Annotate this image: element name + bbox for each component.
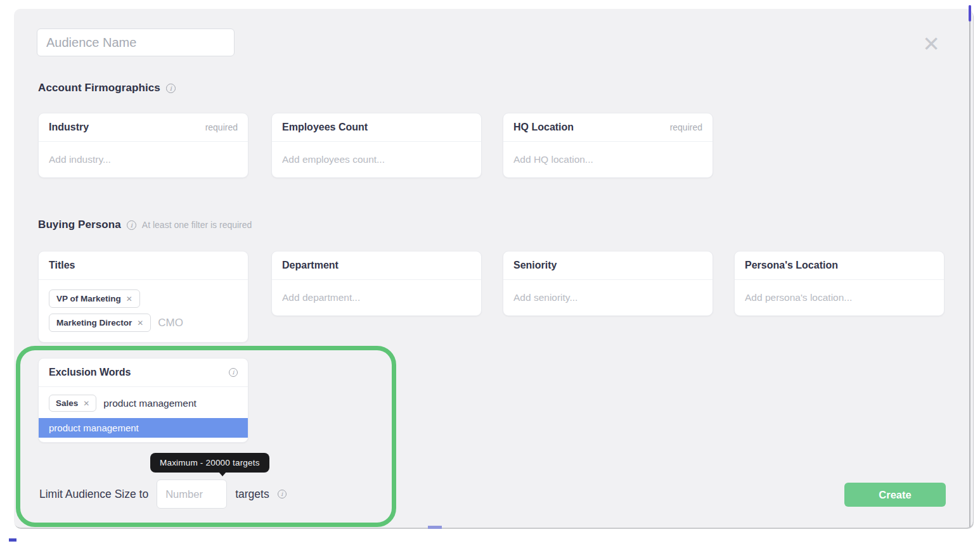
chip-remove-icon[interactable]: ✕: [137, 319, 143, 327]
department-card: Department: [271, 251, 482, 316]
exclusion-chip[interactable]: Sales ✕: [49, 395, 96, 412]
seniority-card: Seniority: [503, 251, 713, 316]
department-card-title: Department: [282, 260, 338, 271]
create-audience-modal: ✕ Account Firmographics i Industry requi…: [14, 9, 973, 528]
employees-count-input[interactable]: [282, 154, 471, 165]
persona-location-card-title: Persona's Location: [745, 260, 838, 271]
employees-count-card: Employees Count: [271, 113, 482, 178]
tooltip-caret: [219, 472, 226, 476]
chip-remove-icon[interactable]: ✕: [83, 399, 89, 408]
scrollbar-thumb[interactable]: [969, 5, 971, 22]
info-icon[interactable]: i: [229, 368, 238, 377]
employees-count-card-title: Employees Count: [282, 122, 368, 133]
hq-location-card-body: [503, 142, 712, 177]
titles-typed-text: CMO: [158, 317, 183, 329]
max-targets-tooltip-text: Maximum - 20000 targets: [160, 458, 260, 467]
title-chip-label: Marketing Director: [56, 318, 132, 327]
exclusion-chip-label: Sales: [56, 398, 78, 408]
page: ✕ Account Firmographics i Industry requi…: [0, 0, 980, 546]
employees-count-card-header: Employees Count: [272, 113, 481, 142]
exclusion-words-card-header: Exclusion Words i: [39, 359, 248, 387]
seniority-card-header: Seniority: [503, 251, 712, 280]
industry-card: Industry required: [38, 113, 248, 178]
page-edge-artifact: [428, 526, 442, 529]
page-edge-artifact: [9, 538, 16, 542]
employees-count-card-body: [272, 142, 481, 177]
exclusion-words-card-title: Exclusion Words: [49, 367, 131, 378]
info-icon[interactable]: i: [127, 220, 136, 230]
department-card-body: [272, 280, 481, 315]
industry-card-title: Industry: [49, 122, 89, 133]
chip-remove-icon[interactable]: ✕: [126, 295, 132, 303]
exclusion-suggestion-item[interactable]: product management: [39, 418, 248, 438]
hq-location-card-title: HQ Location: [513, 122, 574, 133]
titles-card: Titles VP of Marketing ✕ Marketing Direc…: [38, 251, 248, 343]
persona-hint: At least one filter is required: [142, 220, 252, 230]
max-targets-tooltip: Maximum - 20000 targets: [150, 453, 269, 473]
required-badge: required: [670, 122, 702, 132]
hq-location-input[interactable]: [513, 154, 702, 165]
persona-location-card: Persona's Location: [734, 251, 945, 316]
hq-location-card-header: HQ Location required: [503, 113, 712, 142]
audience-size-input[interactable]: [157, 479, 227, 509]
persona-location-card-header: Persona's Location: [735, 251, 944, 280]
industry-card-body: [39, 142, 248, 177]
limit-audience-row: Limit Audience Size to targets i: [39, 479, 287, 509]
firmographics-section-header: Account Firmographics i: [38, 82, 176, 94]
exclusion-words-body[interactable]: Sales ✕ product management: [39, 387, 248, 418]
persona-section-header: Buying Persona i At least one filter is …: [38, 219, 252, 231]
department-card-header: Department: [272, 251, 481, 280]
firmographics-title: Account Firmographics: [38, 82, 160, 94]
title-chip-label: VP of Marketing: [56, 294, 121, 303]
persona-location-input[interactable]: [745, 292, 934, 303]
limit-targets-label: targets: [235, 488, 269, 501]
seniority-input[interactable]: [513, 292, 702, 303]
limit-audience-label: Limit Audience Size to: [39, 488, 148, 501]
required-badge: required: [205, 122, 238, 132]
titles-card-header: Titles: [39, 251, 248, 280]
create-button[interactable]: Create: [844, 483, 946, 507]
exclusion-typed-text: product management: [103, 398, 196, 409]
hq-location-card: HQ Location required: [503, 113, 713, 178]
seniority-card-body: [503, 280, 712, 315]
titles-card-body[interactable]: VP of Marketing ✕ Marketing Director ✕ C…: [39, 280, 248, 342]
info-icon[interactable]: i: [166, 84, 176, 93]
info-icon[interactable]: i: [278, 490, 287, 498]
department-input[interactable]: [282, 292, 471, 303]
scrollbar-track[interactable]: [969, 9, 970, 527]
exclusion-words-card: Exclusion Words i Sales ✕ product manage…: [38, 358, 248, 443]
title-chip[interactable]: Marketing Director ✕: [49, 314, 151, 332]
industry-input[interactable]: [49, 154, 238, 165]
title-chip[interactable]: VP of Marketing ✕: [49, 289, 140, 308]
persona-location-card-body: [735, 280, 944, 315]
close-icon[interactable]: ✕: [919, 32, 943, 56]
industry-card-header: Industry required: [39, 113, 248, 142]
audience-name-input[interactable]: [37, 29, 235, 56]
titles-card-title: Titles: [49, 260, 75, 271]
seniority-card-title: Seniority: [513, 260, 557, 271]
persona-title: Buying Persona: [38, 219, 121, 231]
